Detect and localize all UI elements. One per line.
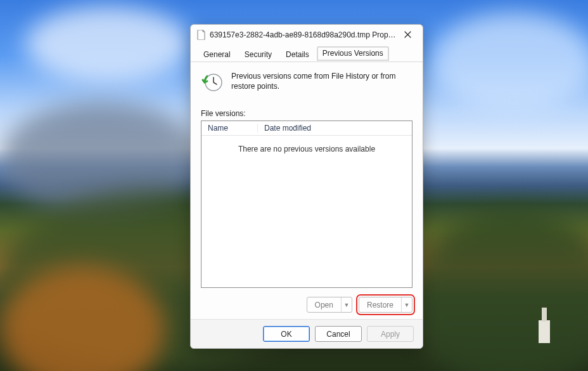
open-split-button[interactable]: Open ▼: [307, 297, 352, 313]
tab-previous-versions[interactable]: Previous Versions: [317, 46, 389, 61]
properties-dialog: 639157e3-2882-4adb-ae89-8168d98a290d.tmp…: [190, 24, 423, 349]
sort-caret-icon: ⌄: [293, 122, 298, 128]
file-icon: [197, 30, 206, 40]
dialog-footer: OK Cancel Apply: [191, 319, 423, 348]
restore-button-label: Restore: [359, 297, 401, 312]
titlebar[interactable]: 639157e3-2882-4adb-ae89-8168d98a290d.tmp…: [191, 25, 423, 45]
tab-security[interactable]: Security: [238, 47, 278, 62]
window-title: 639157e3-2882-4adb-ae89-8168d98a290d.tmp…: [210, 30, 397, 39]
restore-dropdown-icon[interactable]: ▼: [401, 297, 412, 312]
info-text: Previous versions come from File History…: [231, 71, 412, 91]
ok-button[interactable]: OK: [263, 326, 310, 342]
restore-split-button[interactable]: Restore ▼: [359, 297, 412, 313]
column-header-name[interactable]: Name: [201, 124, 258, 133]
tab-panel-previous-versions: Previous versions come from File History…: [191, 62, 423, 319]
empty-versions-message: There are no previous versions available: [201, 136, 412, 287]
open-dropdown-icon[interactable]: ▼: [341, 297, 352, 312]
close-button[interactable]: [397, 26, 419, 44]
history-clock-icon: [201, 71, 224, 94]
desktop-wallpaper: 639157e3-2882-4adb-ae89-8168d98a290d.tmp…: [0, 0, 588, 371]
cancel-button[interactable]: Cancel: [315, 326, 362, 342]
tabstrip: General Security Details Previous Versio…: [191, 45, 423, 62]
close-icon: [404, 30, 411, 40]
versions-list[interactable]: Name Date modified ⌄ There are no previo…: [201, 120, 412, 288]
tab-general[interactable]: General: [197, 47, 237, 62]
tab-details[interactable]: Details: [279, 47, 316, 62]
open-button-label: Open: [307, 297, 341, 312]
column-header-date-modified[interactable]: Date modified ⌄: [258, 124, 412, 133]
column-headers: Name Date modified ⌄: [201, 121, 412, 136]
apply-button[interactable]: Apply: [367, 326, 414, 342]
file-versions-label: File versions:: [201, 109, 412, 118]
